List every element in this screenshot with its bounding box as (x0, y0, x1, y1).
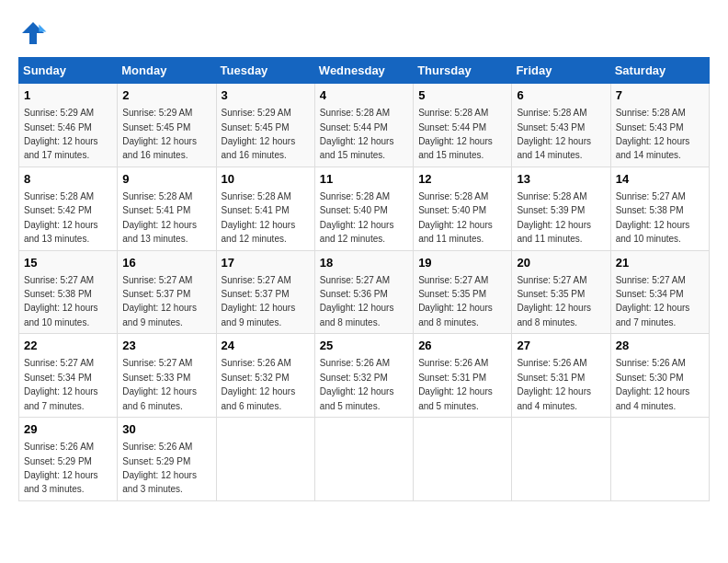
header-row: SundayMondayTuesdayWednesdayThursdayFrid… (19, 58, 710, 84)
day-info: Sunrise: 5:28 AMSunset: 5:44 PMDaylight:… (418, 108, 493, 160)
day-number: 4 (320, 87, 408, 104)
calendar-cell: 12Sunrise: 5:28 AMSunset: 5:40 PMDayligh… (414, 167, 512, 250)
day-number: 28 (616, 338, 704, 354)
logo (18, 18, 53, 48)
day-info: Sunrise: 5:28 AMSunset: 5:42 PMDaylight:… (24, 191, 98, 244)
calendar-cell: 8Sunrise: 5:28 AMSunset: 5:42 PMDaylight… (19, 167, 118, 250)
calendar-cell: 2Sunrise: 5:29 AMSunset: 5:45 PMDaylight… (118, 84, 216, 167)
day-number: 19 (418, 255, 506, 271)
day-number: 30 (122, 421, 210, 438)
day-info: Sunrise: 5:26 AMSunset: 5:32 PMDaylight:… (320, 358, 394, 410)
header-cell-tuesday: Tuesday (216, 58, 314, 84)
day-number: 25 (320, 338, 408, 354)
svg-marker-0 (22, 22, 44, 44)
calendar-cell: 30Sunrise: 5:26 AMSunset: 5:29 PMDayligh… (118, 418, 216, 501)
day-info: Sunrise: 5:26 AMSunset: 5:29 PMDaylight:… (24, 442, 98, 494)
calendar-week-2: 8Sunrise: 5:28 AMSunset: 5:42 PMDaylight… (19, 167, 710, 250)
day-info: Sunrise: 5:28 AMSunset: 5:40 PMDaylight:… (418, 191, 493, 244)
calendar-cell (512, 418, 610, 501)
day-number: 16 (122, 255, 210, 271)
day-info: Sunrise: 5:28 AMSunset: 5:44 PMDaylight:… (320, 108, 394, 160)
day-number: 18 (320, 255, 408, 271)
day-info: Sunrise: 5:27 AMSunset: 5:34 PMDaylight:… (616, 275, 690, 327)
day-number: 27 (517, 338, 605, 354)
day-number: 13 (517, 171, 605, 188)
day-info: Sunrise: 5:27 AMSunset: 5:35 PMDaylight:… (517, 275, 591, 327)
day-info: Sunrise: 5:26 AMSunset: 5:31 PMDaylight:… (517, 358, 591, 410)
header-cell-friday: Friday (512, 58, 610, 84)
calendar-cell (314, 418, 413, 501)
calendar-cell: 28Sunrise: 5:26 AMSunset: 5:30 PMDayligh… (610, 334, 709, 418)
calendar-cell: 1Sunrise: 5:29 AMSunset: 5:46 PMDaylight… (19, 84, 118, 167)
calendar-cell: 19Sunrise: 5:27 AMSunset: 5:35 PMDayligh… (414, 250, 512, 334)
day-number: 26 (418, 338, 506, 354)
calendar-cell: 13Sunrise: 5:28 AMSunset: 5:39 PMDayligh… (512, 167, 610, 250)
header-cell-sunday: Sunday (19, 58, 118, 84)
calendar-cell: 9Sunrise: 5:28 AMSunset: 5:41 PMDaylight… (118, 167, 216, 250)
calendar-cell: 10Sunrise: 5:28 AMSunset: 5:41 PMDayligh… (216, 167, 314, 250)
day-info: Sunrise: 5:28 AMSunset: 5:39 PMDaylight:… (517, 191, 591, 244)
day-info: Sunrise: 5:29 AMSunset: 5:46 PMDaylight:… (24, 108, 98, 160)
day-info: Sunrise: 5:27 AMSunset: 5:33 PMDaylight:… (122, 358, 197, 410)
day-number: 6 (517, 87, 605, 104)
day-info: Sunrise: 5:29 AMSunset: 5:45 PMDaylight:… (122, 108, 197, 160)
calendar-cell: 26Sunrise: 5:26 AMSunset: 5:31 PMDayligh… (414, 334, 512, 418)
calendar-cell: 17Sunrise: 5:27 AMSunset: 5:37 PMDayligh… (216, 250, 314, 334)
header-cell-wednesday: Wednesday (314, 58, 413, 84)
day-number: 8 (24, 171, 112, 188)
day-info: Sunrise: 5:26 AMSunset: 5:31 PMDaylight:… (418, 358, 493, 410)
day-number: 1 (24, 87, 112, 104)
day-number: 22 (24, 338, 112, 354)
day-number: 12 (418, 171, 506, 188)
calendar-cell: 15Sunrise: 5:27 AMSunset: 5:38 PMDayligh… (19, 250, 118, 334)
day-number: 7 (616, 87, 704, 104)
header-cell-monday: Monday (118, 58, 216, 84)
day-info: Sunrise: 5:28 AMSunset: 5:43 PMDaylight:… (616, 108, 690, 160)
day-info: Sunrise: 5:26 AMSunset: 5:32 PMDaylight:… (222, 358, 296, 410)
day-info: Sunrise: 5:27 AMSunset: 5:38 PMDaylight:… (24, 275, 98, 327)
day-info: Sunrise: 5:28 AMSunset: 5:41 PMDaylight:… (122, 191, 197, 244)
day-info: Sunrise: 5:27 AMSunset: 5:35 PMDaylight:… (418, 275, 493, 327)
calendar-cell (414, 418, 512, 501)
calendar-body: 1Sunrise: 5:29 AMSunset: 5:46 PMDaylight… (19, 84, 710, 501)
calendar-cell (610, 418, 709, 501)
calendar-cell: 5Sunrise: 5:28 AMSunset: 5:44 PMDaylight… (414, 84, 512, 167)
day-number: 15 (24, 255, 112, 271)
day-info: Sunrise: 5:26 AMSunset: 5:29 PMDaylight:… (122, 442, 197, 494)
day-number: 24 (222, 338, 310, 354)
calendar-cell: 20Sunrise: 5:27 AMSunset: 5:35 PMDayligh… (512, 250, 610, 334)
calendar-cell: 4Sunrise: 5:28 AMSunset: 5:44 PMDaylight… (314, 84, 413, 167)
calendar-cell: 3Sunrise: 5:29 AMSunset: 5:45 PMDaylight… (216, 84, 314, 167)
calendar-header: SundayMondayTuesdayWednesdayThursdayFrid… (19, 58, 710, 84)
day-number: 23 (122, 338, 210, 354)
calendar-cell: 25Sunrise: 5:26 AMSunset: 5:32 PMDayligh… (314, 334, 413, 418)
day-number: 3 (222, 87, 310, 104)
calendar-cell: 6Sunrise: 5:28 AMSunset: 5:43 PMDaylight… (512, 84, 610, 167)
day-number: 21 (616, 255, 704, 271)
day-number: 5 (418, 87, 506, 104)
page-header (18, 18, 710, 48)
calendar-cell (216, 418, 314, 501)
day-info: Sunrise: 5:29 AMSunset: 5:45 PMDaylight:… (222, 108, 296, 160)
calendar-week-5: 29Sunrise: 5:26 AMSunset: 5:29 PMDayligh… (19, 418, 710, 501)
calendar-cell: 7Sunrise: 5:28 AMSunset: 5:43 PMDaylight… (610, 84, 709, 167)
svg-marker-1 (39, 24, 46, 31)
calendar-cell: 18Sunrise: 5:27 AMSunset: 5:36 PMDayligh… (314, 250, 413, 334)
header-cell-saturday: Saturday (610, 58, 709, 84)
calendar-week-3: 15Sunrise: 5:27 AMSunset: 5:38 PMDayligh… (19, 250, 710, 334)
calendar-table: SundayMondayTuesdayWednesdayThursdayFrid… (18, 57, 710, 501)
calendar-cell: 11Sunrise: 5:28 AMSunset: 5:40 PMDayligh… (314, 167, 413, 250)
day-info: Sunrise: 5:26 AMSunset: 5:30 PMDaylight:… (616, 358, 690, 410)
day-number: 2 (122, 87, 210, 104)
day-number: 14 (616, 171, 704, 188)
day-number: 29 (24, 421, 112, 438)
day-info: Sunrise: 5:28 AMSunset: 5:43 PMDaylight:… (517, 108, 591, 160)
calendar-cell: 24Sunrise: 5:26 AMSunset: 5:32 PMDayligh… (216, 334, 314, 418)
calendar-cell: 23Sunrise: 5:27 AMSunset: 5:33 PMDayligh… (118, 334, 216, 418)
day-number: 11 (320, 171, 408, 188)
calendar-cell: 29Sunrise: 5:26 AMSunset: 5:29 PMDayligh… (19, 418, 118, 501)
day-info: Sunrise: 5:27 AMSunset: 5:34 PMDaylight:… (24, 358, 98, 410)
logo-icon (18, 18, 48, 48)
day-info: Sunrise: 5:27 AMSunset: 5:38 PMDaylight:… (616, 191, 690, 244)
day-info: Sunrise: 5:27 AMSunset: 5:37 PMDaylight:… (222, 275, 296, 327)
